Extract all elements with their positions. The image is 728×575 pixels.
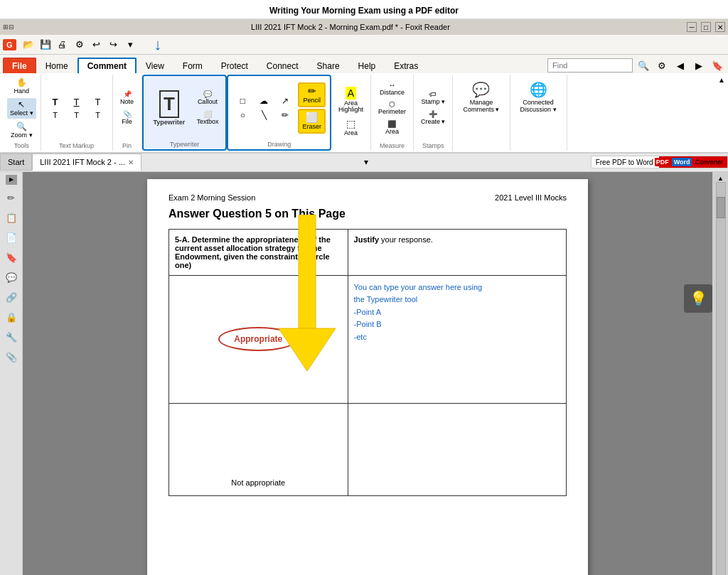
sidebar-tool-bookmark[interactable]: 🔖 [2, 249, 21, 267]
dropdown-button[interactable]: ▾ [123, 37, 139, 53]
textbox-button[interactable]: ⬜ Textbox [193, 109, 221, 127]
zoom-tool-button[interactable]: 🔍 Zoom ▾ [7, 120, 36, 141]
not-appropriate-label: Not appropriate [231, 478, 285, 487]
stamp-button[interactable]: 🏷 Stamp ▾ [418, 89, 449, 107]
bookmark-button[interactable]: 🔖 [710, 58, 725, 73]
select-tool-button[interactable]: ↖ Select ▾ [7, 98, 36, 119]
search-input[interactable] [547, 58, 633, 72]
measure-area-label: Area [385, 129, 399, 136]
tab-help[interactable]: Help [349, 58, 385, 73]
table-not-appropriate-row: Not appropriate [169, 403, 567, 495]
area-button[interactable]: ⬚ Area [336, 117, 366, 139]
redo-button[interactable]: ↪ [106, 37, 122, 53]
distance-button[interactable]: ↔ Distance [375, 80, 409, 98]
eraser-button[interactable]: ⬜ Eraser [298, 109, 326, 134]
sidebar-tool-pages[interactable]: 📄 [2, 229, 21, 247]
undo-button[interactable]: ↩ [89, 37, 105, 53]
rectangle-shape-button[interactable]: □ [232, 95, 252, 107]
lightbulb-widget[interactable]: 💡 [684, 284, 712, 313]
tab-close-button[interactable]: ✕ [128, 158, 134, 166]
settings-search-button[interactable]: ⚙ [654, 58, 670, 73]
scrollbar-track[interactable] [716, 182, 726, 575]
textmarkup-group-label: Text Markup [59, 141, 94, 149]
tab-view[interactable]: View [136, 58, 173, 73]
cloud-shape-button[interactable]: ☁ [254, 95, 274, 107]
tab-extras[interactable]: Extras [385, 58, 427, 73]
ribbon-group-stamps: 🏷 Stamp ▾ ➕ Create ▾ Stamps [414, 75, 454, 151]
sidebar-tool-layers[interactable]: 📋 [2, 209, 21, 227]
tab-connect[interactable]: Connect [257, 58, 308, 73]
measure-area-button[interactable]: ⬛ Area [375, 119, 409, 137]
ribbon-content: ✋ Hand ↖ Select ▾ 🔍 Zoom ▾ Tools T T T T [0, 73, 728, 154]
tab-start-label: Start [8, 158, 24, 166]
typewriter-button[interactable]: T Typewriter [148, 87, 191, 129]
text-markup-btn-2[interactable]: T [67, 95, 87, 109]
tab-protect[interactable]: Protect [212, 58, 257, 73]
circle-shape-button[interactable]: ○ [232, 109, 252, 122]
tab-share[interactable]: Share [308, 58, 349, 73]
sidebar-tool-lock[interactable]: 🔒 [2, 308, 21, 327]
scroll-up-button[interactable]: ▲ [715, 175, 727, 182]
main-area: ▶ ✏ 📋 📄 🔖 💬 🔗 🔒 🔧 📎 Exam 2 Morning Sessi… [0, 172, 728, 575]
tab-file[interactable]: File [3, 58, 36, 73]
distance-label: Distance [380, 90, 405, 97]
close-button[interactable]: ✕ [715, 22, 725, 32]
tab-comment[interactable]: Comment [77, 58, 136, 73]
scrollbar-thumb[interactable] [717, 197, 725, 218]
pen-shape-button[interactable]: ✏ [275, 109, 295, 122]
nav-prev-button[interactable]: ◀ [673, 58, 688, 73]
ribbon-expand[interactable]: ▲ [718, 75, 725, 151]
tab-home[interactable]: Home [36, 58, 77, 73]
sidebar-tool-comment[interactable]: 💬 [2, 269, 21, 287]
file-button[interactable]: 📎 File [117, 109, 137, 127]
tab-dropdown-button[interactable]: ▾ [360, 157, 373, 167]
pdf-area: Exam 2 Morning Session 2021 Level III Mo… [23, 172, 712, 575]
create-stamp-button[interactable]: ➕ Create ▾ [418, 109, 449, 127]
tab-start[interactable]: Start [0, 154, 32, 171]
sidebar-tool-wrench[interactable]: 🔧 [2, 328, 21, 347]
tab-form[interactable]: Form [173, 58, 212, 73]
search-button[interactable]: 🔍 [636, 58, 651, 73]
perimeter-button[interactable]: ⬡ Perimeter [375, 99, 409, 117]
nav-next-button[interactable]: ▶ [691, 58, 707, 73]
minimize-button[interactable]: ─ [687, 22, 697, 32]
callout-button[interactable]: 💬 Callout [193, 89, 221, 107]
maximize-button[interactable]: □ [701, 22, 711, 32]
answer-content-cell: You can type your answer here using the … [348, 275, 566, 403]
print-button[interactable]: 🖨 [55, 37, 70, 53]
save-button[interactable]: 💾 [38, 37, 53, 53]
manage-comments-button[interactable]: 💬 ManageComments ▾ [457, 76, 505, 119]
hand-tool-button[interactable]: ✋ Hand [7, 76, 36, 97]
text-markup-btn-3[interactable]: T [88, 95, 108, 109]
tab-document[interactable]: LIII 2021 IFT Mock 2 - ... ✕ [32, 154, 141, 171]
sidebar-toggle[interactable]: ▶ [6, 175, 17, 185]
pin-group-label: Pin [122, 141, 132, 149]
sidebar-tool-attach[interactable]: 📎 [2, 348, 21, 367]
note-button[interactable]: 📌 Note [117, 89, 137, 107]
arrow-shape-button[interactable]: ↗ [275, 95, 295, 107]
table-header-row: 5-A. Determine the appropriateness of th… [169, 229, 567, 275]
file-label: File [122, 119, 132, 126]
page-main-title: Writing Your Morning Exam using a PDF ed… [269, 6, 459, 16]
converter-label: Converter [695, 158, 723, 166]
stamps-group-label: Stamps [422, 141, 444, 149]
textbox-icon: ⬜ [203, 110, 212, 118]
ribbon-group-tools: ✋ Hand ↖ Select ▾ 🔍 Zoom ▾ Tools [3, 75, 41, 151]
text-markup-btn-6[interactable]: T [88, 109, 108, 121]
right-scrollbar[interactable]: ▲ ▼ [712, 172, 728, 575]
text-markup-btn-1[interactable]: T [46, 95, 65, 109]
table-appropriate-row: Appropriate You can type your answer her… [169, 275, 567, 403]
text-markup-btn-4[interactable]: T [46, 109, 65, 121]
text-markup-btn-5[interactable]: T [67, 109, 87, 121]
open-button[interactable]: 📂 [21, 37, 36, 53]
free-pdf-banner[interactable]: Free PDF to Word PDF Word Converter [591, 156, 728, 168]
connected-discussion-button[interactable]: 🌐 ConnectedDiscussion ▾ [515, 76, 562, 119]
settings-button[interactable]: ⚙ [72, 37, 87, 53]
answer-line-5: -etc [354, 333, 367, 341]
area-highlight-button[interactable]: A AreaHighlight [336, 85, 366, 116]
pencil-button[interactable]: ✏ Pencil [298, 82, 326, 107]
not-appropriate-answer-cell [348, 403, 566, 495]
sidebar-tool-pen[interactable]: ✏ [2, 189, 21, 208]
sidebar-tool-link[interactable]: 🔗 [2, 289, 21, 307]
line-shape-button[interactable]: ╲ [254, 109, 274, 122]
